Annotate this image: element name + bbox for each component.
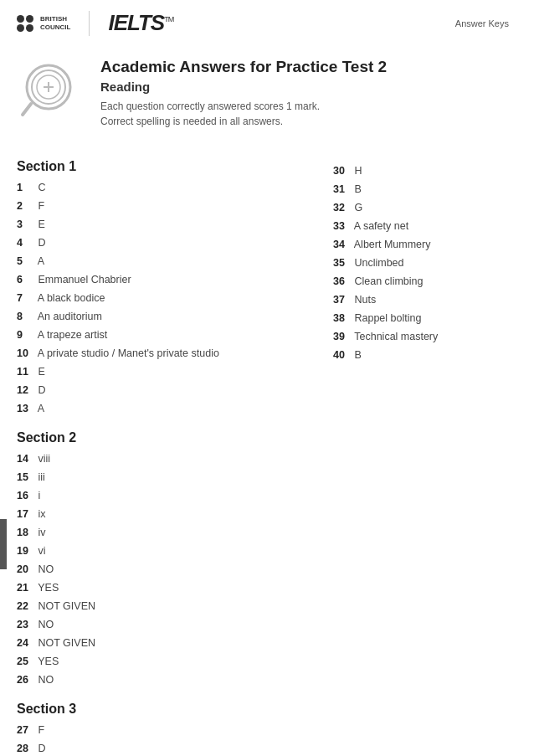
desc-line1: Each question correctly answered scores … (100, 100, 320, 112)
answer-item: 10 A private studio / Manet's private st… (17, 345, 325, 362)
answer-number: 2 (17, 198, 35, 214)
answer-item: 27 F (17, 722, 325, 738)
answer-item: 31 B (333, 181, 517, 198)
answer-value: H (352, 162, 362, 179)
answer-number: 18 (17, 524, 35, 541)
answer-value: A private studio / Manet's private studi… (35, 345, 219, 362)
answer-number: 37 (333, 291, 352, 308)
answer-value: B (352, 347, 362, 363)
answer-number: 22 (17, 598, 35, 615)
answer-number: 26 (17, 671, 35, 688)
answer-number: 7 (17, 290, 35, 306)
answer-number: 21 (17, 579, 35, 596)
answer-value: G (352, 199, 362, 216)
answer-value: iv (35, 524, 46, 541)
svg-line-2 (23, 104, 31, 115)
answer-value: ix (35, 506, 46, 522)
answer-value: vi (35, 543, 46, 559)
answer-number: 33 (333, 218, 352, 234)
title-section: Academic Answers for Practice Test 2 Rea… (0, 43, 534, 137)
answer-number: 15 (17, 469, 35, 486)
section2-answers: 14 viii15 iii16 i17 ix18 iv19 vi20 NO21 … (17, 450, 325, 688)
answer-number: 13 (17, 400, 35, 417)
answer-value: A (35, 253, 44, 270)
answer-number: 5 (17, 253, 35, 270)
answer-value: NOT GIVEN (35, 635, 95, 651)
answer-value: Unclimbed (352, 255, 404, 271)
answer-value: NOT GIVEN (35, 598, 95, 615)
section1-answers: 1 C2 F3 E4 D5 A6 Emmanuel Chabrier7 A bl… (17, 179, 325, 417)
section3-title: Section 3 (17, 702, 325, 717)
right-column: 30 H31 B32 G33 A safety net34 Albert Mum… (333, 146, 517, 756)
answer-number: 39 (333, 328, 352, 345)
logo-divider (89, 11, 90, 36)
answer-item: 12 D (17, 382, 325, 399)
bc-dot-1 (17, 15, 24, 23)
answer-number: 28 (17, 740, 35, 756)
answer-item: 35 Unclimbed (333, 255, 517, 271)
answer-item: 22 NOT GIVEN (17, 598, 325, 615)
answer-number: 3 (17, 216, 35, 233)
answer-keys-label: Answer Keys (455, 18, 509, 28)
answer-item: 30 H (333, 162, 517, 179)
answer-value: iii (35, 469, 45, 486)
answer-value: Clean climbing (352, 273, 423, 290)
answer-item: 23 NO (17, 616, 325, 633)
section1-title: Section 1 (17, 159, 325, 174)
answer-item: 32 G (333, 199, 517, 216)
answer-value: viii (35, 450, 50, 467)
answer-item: 19 vi (17, 543, 325, 559)
section3-answers: 27 F28 D29 E (17, 722, 325, 756)
ielts-logo: IELTSTM (108, 10, 173, 36)
answer-value: A safety net (352, 218, 408, 234)
answer-number: 9 (17, 327, 35, 343)
answer-value: B (352, 181, 362, 198)
answer-number: 14 (17, 450, 35, 467)
left-column: Section 1 1 C2 F3 E4 D5 A6 Emmanuel Chab… (17, 146, 333, 756)
answer-item: 18 iv (17, 524, 325, 541)
answer-number: 25 (17, 653, 35, 670)
answer-item: 14 viii (17, 450, 325, 467)
bc-text: BRITISHCOUNCIL (40, 15, 70, 31)
answer-number: 31 (333, 181, 352, 198)
answer-number: 23 (17, 616, 35, 633)
header: BRITISHCOUNCIL IELTSTM Answer Keys (0, 0, 534, 43)
answer-number: 38 (333, 310, 352, 327)
answer-value: E (35, 363, 45, 380)
answer-item: 13 A (17, 400, 325, 417)
left-tab-indicator (0, 519, 7, 569)
british-council-logo: BRITISHCOUNCIL (17, 15, 70, 32)
answer-item: 34 Albert Mummery (333, 236, 517, 253)
answer-value: i (35, 487, 40, 504)
bc-dot-4 (26, 24, 33, 32)
answer-value: D (35, 740, 46, 756)
answer-item: 37 Nuts (333, 291, 517, 308)
bc-dot-3 (17, 24, 24, 32)
answer-item: 6 Emmanuel Chabrier (17, 271, 325, 288)
magnifier-icon (17, 58, 84, 125)
answer-number: 40 (333, 347, 352, 363)
answer-number: 11 (17, 363, 35, 380)
answer-item: 36 Clean climbing (333, 273, 517, 290)
section2-title: Section 2 (17, 430, 325, 445)
answer-number: 16 (17, 487, 35, 504)
answer-value: An auditorium (35, 308, 102, 325)
answer-value: A trapeze artist (35, 327, 107, 343)
answer-number: 34 (333, 236, 352, 253)
answer-value: Emmanuel Chabrier (35, 271, 131, 288)
answer-item: 28 D (17, 740, 325, 756)
answer-item: 15 iii (17, 469, 325, 486)
answer-number: 27 (17, 722, 35, 738)
answer-item: 20 NO (17, 561, 325, 578)
answer-item: 2 F (17, 198, 325, 214)
desc-line2: Correct spelling is needed in all answer… (100, 116, 283, 127)
description: Each question correctly answered scores … (100, 99, 509, 129)
answer-value: F (35, 198, 44, 214)
answer-number: 1 (17, 179, 35, 196)
answer-value: A (35, 400, 44, 417)
answer-number: 32 (333, 199, 352, 216)
answer-number: 6 (17, 271, 35, 288)
answer-value: Rappel bolting (352, 310, 421, 327)
answer-value: D (35, 234, 46, 251)
answer-item: 4 D (17, 234, 325, 251)
